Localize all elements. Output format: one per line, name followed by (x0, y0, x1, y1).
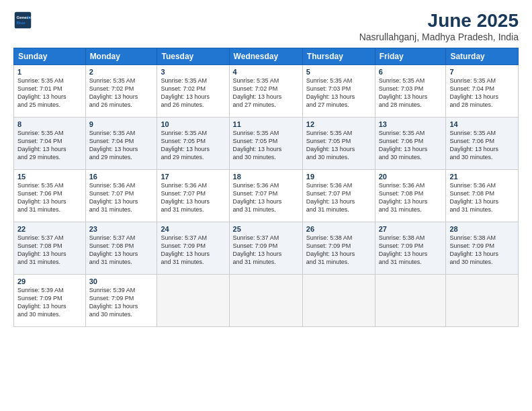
calendar-cell (375, 274, 446, 326)
day-number: 5 (306, 68, 371, 76)
calendar-table: SundayMondayTuesdayWednesdayThursdayFrid… (13, 48, 519, 327)
day-number: 19 (306, 173, 371, 181)
day-info: Sunrise: 5:37 AM Sunset: 7:08 PM Dayligh… (89, 234, 154, 267)
calendar-cell: 1Sunrise: 5:35 AM Sunset: 7:01 PM Daylig… (14, 64, 86, 117)
day-number: 12 (306, 120, 371, 128)
day-info: Sunrise: 5:35 AM Sunset: 7:02 PM Dayligh… (233, 77, 299, 109)
calendar-cell: 12Sunrise: 5:35 AM Sunset: 7:05 PM Dayli… (302, 117, 375, 169)
day-number: 27 (379, 225, 443, 233)
day-info: Sunrise: 5:39 AM Sunset: 7:09 PM Dayligh… (89, 286, 154, 319)
day-info: Sunrise: 5:35 AM Sunset: 7:03 PM Dayligh… (379, 77, 443, 109)
day-info: Sunrise: 5:37 AM Sunset: 7:08 PM Dayligh… (17, 234, 82, 267)
day-info: Sunrise: 5:35 AM Sunset: 7:02 PM Dayligh… (161, 77, 225, 109)
calendar-cell: 29Sunrise: 5:39 AM Sunset: 7:09 PM Dayli… (14, 274, 86, 326)
day-number: 8 (17, 120, 82, 128)
main-title: June 2025 (359, 11, 519, 32)
day-info: Sunrise: 5:36 AM Sunset: 7:07 PM Dayligh… (161, 181, 225, 214)
day-info: Sunrise: 5:35 AM Sunset: 7:04 PM Dayligh… (449, 77, 515, 109)
calendar-cell: 24Sunrise: 5:37 AM Sunset: 7:09 PM Dayli… (157, 222, 229, 274)
day-number: 22 (17, 225, 82, 233)
day-number: 29 (17, 277, 82, 285)
calendar-cell: 7Sunrise: 5:35 AM Sunset: 7:04 PM Daylig… (446, 64, 519, 117)
day-number: 18 (233, 173, 299, 181)
day-number: 1 (17, 68, 82, 76)
day-info: Sunrise: 5:35 AM Sunset: 7:06 PM Dayligh… (17, 181, 82, 214)
day-number: 20 (379, 173, 443, 181)
calendar-cell: 8Sunrise: 5:35 AM Sunset: 7:04 PM Daylig… (14, 117, 86, 169)
day-number: 23 (89, 225, 154, 233)
day-info: Sunrise: 5:38 AM Sunset: 7:09 PM Dayligh… (379, 234, 443, 267)
calendar-cell: 30Sunrise: 5:39 AM Sunset: 7:09 PM Dayli… (85, 274, 157, 326)
calendar-cell (302, 274, 375, 326)
calendar-body: 1Sunrise: 5:35 AM Sunset: 7:01 PM Daylig… (14, 64, 519, 326)
calendar-cell (446, 274, 519, 326)
calendar-cell: 18Sunrise: 5:36 AM Sunset: 7:07 PM Dayli… (229, 169, 302, 222)
day-number: 11 (233, 120, 299, 128)
calendar-cell: 28Sunrise: 5:38 AM Sunset: 7:09 PM Dayli… (446, 222, 519, 274)
calendar-cell (229, 274, 302, 326)
calendar-cell: 20Sunrise: 5:36 AM Sunset: 7:08 PM Dayli… (375, 169, 446, 222)
day-number: 24 (161, 225, 225, 233)
day-number: 10 (161, 120, 225, 128)
day-number: 7 (449, 68, 515, 76)
day-info: Sunrise: 5:39 AM Sunset: 7:09 PM Dayligh… (17, 286, 82, 319)
day-number: 25 (233, 225, 299, 233)
day-number: 16 (89, 173, 154, 181)
day-info: Sunrise: 5:35 AM Sunset: 7:03 PM Dayligh… (306, 77, 371, 109)
logo-icon: General Blue (13, 11, 32, 30)
day-number: 30 (89, 277, 154, 285)
calendar-cell: 27Sunrise: 5:38 AM Sunset: 7:09 PM Dayli… (375, 222, 446, 274)
calendar-page: General Blue June 2025 Nasrullahganj, Ma… (0, 0, 532, 411)
title-block: June 2025 Nasrullahganj, Madhya Pradesh,… (359, 11, 519, 42)
day-info: Sunrise: 5:37 AM Sunset: 7:09 PM Dayligh… (161, 234, 225, 267)
day-number: 3 (161, 68, 225, 76)
weekday-header-monday: Monday (85, 48, 157, 64)
day-info: Sunrise: 5:36 AM Sunset: 7:07 PM Dayligh… (89, 181, 154, 214)
day-info: Sunrise: 5:38 AM Sunset: 7:09 PM Dayligh… (449, 234, 515, 267)
day-info: Sunrise: 5:35 AM Sunset: 7:04 PM Dayligh… (89, 129, 154, 162)
day-info: Sunrise: 5:36 AM Sunset: 7:07 PM Dayligh… (233, 181, 299, 214)
calendar-cell: 19Sunrise: 5:36 AM Sunset: 7:07 PM Dayli… (302, 169, 375, 222)
day-number: 26 (306, 225, 371, 233)
calendar-cell: 15Sunrise: 5:35 AM Sunset: 7:06 PM Dayli… (14, 169, 86, 222)
week-row-4: 22Sunrise: 5:37 AM Sunset: 7:08 PM Dayli… (14, 222, 519, 274)
weekday-header-tuesday: Tuesday (157, 48, 229, 64)
day-number: 28 (449, 225, 515, 233)
header: General Blue June 2025 Nasrullahganj, Ma… (13, 11, 519, 42)
calendar-cell: 9Sunrise: 5:35 AM Sunset: 7:04 PM Daylig… (85, 117, 157, 169)
calendar-cell: 22Sunrise: 5:37 AM Sunset: 7:08 PM Dayli… (14, 222, 86, 274)
calendar-cell: 3Sunrise: 5:35 AM Sunset: 7:02 PM Daylig… (157, 64, 229, 117)
calendar-cell: 6Sunrise: 5:35 AM Sunset: 7:03 PM Daylig… (375, 64, 446, 117)
day-number: 21 (449, 173, 515, 181)
logo: General Blue (13, 11, 32, 30)
calendar-cell: 5Sunrise: 5:35 AM Sunset: 7:03 PM Daylig… (302, 64, 375, 117)
day-info: Sunrise: 5:35 AM Sunset: 7:01 PM Dayligh… (17, 77, 82, 109)
calendar-cell: 23Sunrise: 5:37 AM Sunset: 7:08 PM Dayli… (85, 222, 157, 274)
calendar-header: SundayMondayTuesdayWednesdayThursdayFrid… (14, 48, 519, 64)
calendar-cell: 10Sunrise: 5:35 AM Sunset: 7:05 PM Dayli… (157, 117, 229, 169)
calendar-cell: 11Sunrise: 5:35 AM Sunset: 7:05 PM Dayli… (229, 117, 302, 169)
weekday-header-sunday: Sunday (14, 48, 86, 64)
day-info: Sunrise: 5:35 AM Sunset: 7:02 PM Dayligh… (89, 77, 154, 109)
day-info: Sunrise: 5:36 AM Sunset: 7:08 PM Dayligh… (379, 181, 443, 214)
day-info: Sunrise: 5:38 AM Sunset: 7:09 PM Dayligh… (306, 234, 371, 267)
week-row-1: 1Sunrise: 5:35 AM Sunset: 7:01 PM Daylig… (14, 64, 519, 117)
calendar-cell: 14Sunrise: 5:35 AM Sunset: 7:06 PM Dayli… (446, 117, 519, 169)
day-info: Sunrise: 5:35 AM Sunset: 7:04 PM Dayligh… (17, 129, 82, 162)
day-info: Sunrise: 5:35 AM Sunset: 7:05 PM Dayligh… (161, 129, 225, 162)
calendar-cell: 26Sunrise: 5:38 AM Sunset: 7:09 PM Dayli… (302, 222, 375, 274)
weekday-header-wednesday: Wednesday (229, 48, 302, 64)
calendar-cell: 25Sunrise: 5:37 AM Sunset: 7:09 PM Dayli… (229, 222, 302, 274)
day-number: 9 (89, 120, 154, 128)
day-number: 4 (233, 68, 299, 76)
day-info: Sunrise: 5:36 AM Sunset: 7:07 PM Dayligh… (306, 181, 371, 214)
day-info: Sunrise: 5:35 AM Sunset: 7:05 PM Dayligh… (306, 129, 371, 162)
weekday-header-friday: Friday (375, 48, 446, 64)
calendar-cell: 13Sunrise: 5:35 AM Sunset: 7:06 PM Dayli… (375, 117, 446, 169)
week-row-2: 8Sunrise: 5:35 AM Sunset: 7:04 PM Daylig… (14, 117, 519, 169)
calendar-cell: 16Sunrise: 5:36 AM Sunset: 7:07 PM Dayli… (85, 169, 157, 222)
calendar-cell: 2Sunrise: 5:35 AM Sunset: 7:02 PM Daylig… (85, 64, 157, 117)
day-info: Sunrise: 5:35 AM Sunset: 7:05 PM Dayligh… (233, 129, 299, 162)
day-info: Sunrise: 5:35 AM Sunset: 7:06 PM Dayligh… (379, 129, 443, 162)
day-info: Sunrise: 5:35 AM Sunset: 7:06 PM Dayligh… (449, 129, 515, 162)
